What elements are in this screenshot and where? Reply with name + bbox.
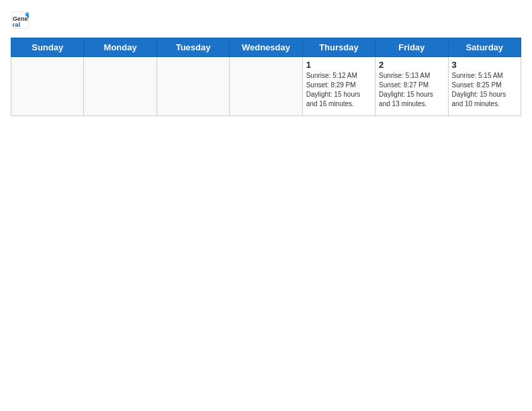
calendar-cell bbox=[157, 57, 229, 116]
logo-icon: Gene ral bbox=[11, 11, 30, 30]
day-info: Sunrise: 5:15 AM Sunset: 8:25 PM Dayligh… bbox=[452, 71, 517, 109]
calendar-cell bbox=[11, 57, 84, 116]
calendar-cell bbox=[84, 57, 157, 116]
calendar-cell: 1Sunrise: 5:12 AM Sunset: 8:29 PM Daylig… bbox=[302, 57, 375, 116]
day-number: 2 bbox=[379, 60, 444, 70]
day-info: Sunrise: 5:13 AM Sunset: 8:27 PM Dayligh… bbox=[379, 71, 444, 109]
calendar-cell: 3Sunrise: 5:15 AM Sunset: 8:25 PM Daylig… bbox=[448, 57, 521, 116]
day-number: 3 bbox=[452, 60, 517, 70]
day-number: 1 bbox=[306, 60, 371, 70]
calendar-cell bbox=[230, 57, 302, 116]
day-of-week-header: Friday bbox=[375, 38, 448, 57]
day-of-week-header: Thursday bbox=[302, 38, 375, 57]
day-of-week-header: Wednesday bbox=[230, 38, 302, 57]
calendar-cell: 2Sunrise: 5:13 AM Sunset: 8:27 PM Daylig… bbox=[375, 57, 448, 116]
day-of-week-header: Saturday bbox=[448, 38, 521, 57]
day-of-week-header: Sunday bbox=[11, 38, 84, 57]
logo: Gene ral bbox=[11, 11, 32, 30]
calendar-table: SundayMondayTuesdayWednesdayThursdayFrid… bbox=[11, 38, 521, 116]
day-info: Sunrise: 5:12 AM Sunset: 8:29 PM Dayligh… bbox=[306, 71, 371, 109]
day-of-week-header: Monday bbox=[84, 38, 157, 57]
day-of-week-header: Tuesday bbox=[157, 38, 229, 57]
page-header: Gene ral bbox=[11, 11, 521, 30]
svg-text:ral: ral bbox=[13, 21, 20, 28]
